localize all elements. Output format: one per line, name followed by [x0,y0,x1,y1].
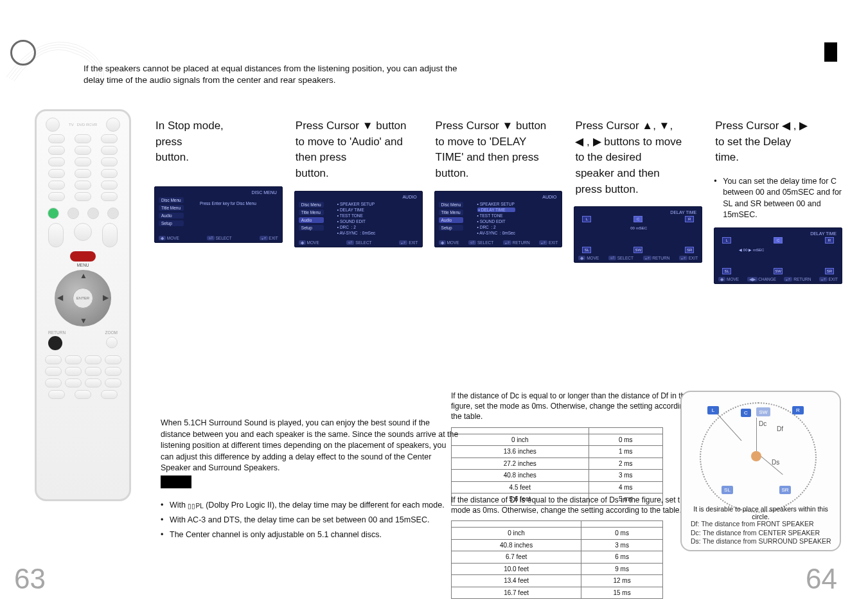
center-speaker-section: If the distance of Dc is equal to or lon… [451,391,702,506]
table-row: 4.5 feet4 ms [452,481,663,493]
diagram-speaker-sl: SL [722,486,733,494]
page-number-left: 63 [14,563,46,595]
remote-menu-label: MENU [43,263,123,267]
step3-line2: to move to 'DELAY [436,136,527,148]
remote-menu-button [70,251,96,262]
rear-delay-table: 0 inch0 ms40.8 inches3 ms6.7 feet6 ms10.… [451,520,663,599]
step1-line3: button. [155,151,189,163]
step5-line3: time. [715,151,739,163]
step5-line1: Press Cursor ◀ , ▶ [715,120,808,132]
step-2: Press Cursor ▼ button to move to 'Audio'… [294,116,423,308]
step3-line4: button. [436,167,469,179]
diagram-legend: Df: The distance from FRONT SPEAKER Dc: … [691,520,831,546]
step2-line2: to move to 'Audio' and [296,136,403,148]
table-row: 6.7 feet6 ms [452,551,663,564]
table-row: 0 inch0 ms [452,528,663,540]
remote-open-close-button [106,118,120,132]
osd-delay-speaker-select: DELAY TIME L C R SL SW SR 00 mSEC ◆ MOVE… [574,206,702,263]
dolby-pl-symbol: ▯▯PL [188,501,203,513]
osd-delay-time-set: DELAY TIME L C R SL SW SR ◀ 00 ▶ mSEC ◆ … [714,227,842,284]
remote-enter-button: ENTER [73,288,93,308]
remote-zoom-label: ZOOM [105,330,118,335]
edge-tab-marker [824,42,837,62]
center-delay-table: 0 inch0 ms13.6 inches1 ms27.2 inches2 ms… [451,427,663,506]
step-5: Press Cursor ◀ , ▶ to set the Delay time… [714,116,842,308]
intro-text: If the speakers cannot be placed at equa… [84,63,463,86]
step4-line4: speaker and then [575,167,659,179]
arrow-up-icon: ▲ [80,271,87,280]
arrow-left-icon: ◀ [57,293,63,302]
table-row: 16.7 feet15 ms [452,587,663,599]
swirl-circle-decoration [10,40,36,66]
step3-line3: TIME' and then press [436,151,539,163]
osd-disc-menu: DISC MENU Disc Menu Title Menu Audio Set… [154,186,283,243]
step4-line3: to the desired [575,151,641,163]
osd-audio-menu: AUDIO Disc Menu Title Menu Audio Setup •… [294,191,423,247]
diagram-speaker-r: R [792,406,804,414]
remote-dpad: ENTER ▲ ▼ ◀ ▶ [55,270,111,326]
diagram-listener-icon [751,451,761,461]
diagram-speaker-c: C [741,409,751,417]
step5-line2: to set the Delay [715,136,791,148]
page-number-right: 64 [806,563,837,595]
table-row: 27.2 inches2 ms [452,458,663,470]
diagram-speaker-sr: SR [779,486,791,494]
step2-line3: then press [296,151,346,163]
diagram-label-ds: Ds [772,459,779,466]
step4-line5: press button. [575,183,638,195]
step4-line1: Press Cursor ▲, ▼, [575,120,673,132]
center-desc: If the distance of Dc is equal to or lon… [451,391,702,422]
table-row: 40.8 inches3 ms [452,470,663,482]
diagram-label-df: Df [777,425,783,432]
table-row: 13.4 feet12 ms [452,575,663,587]
diagram-speaker-sw: SW [756,407,770,416]
rear-desc: If the distance of Df is equal to the di… [451,495,702,515]
step1-line1: In Stop mode, [155,120,224,132]
remote-power-button [46,118,60,132]
step4-line2: ◀ , ▶ buttons to move [575,136,682,148]
remote-return-label: RETURN [48,330,66,335]
step2-line1: Press Cursor ▼ button [296,120,407,132]
delay-time-paragraph: When 5.1CH Surround Sound is played, you… [161,418,459,474]
note-bullets: With ▯▯PL (Dolby Pro Logic II), the dela… [161,498,482,542]
remote-return-button [48,336,62,350]
speaker-placement-diagram: L C SW R SL SR Dc Df Ds It is desirable … [680,391,841,551]
step1-line2: press [155,136,182,148]
remote-illustration: TV DVD RCVR MENU [28,109,137,508]
diagram-label-dc: Dc [759,420,766,427]
arrow-right-icon: ▶ [103,293,109,302]
osd-audio-delay-select: AUDIO Disc Menu Title Menu Audio Setup •… [434,191,563,247]
diagram-caption: It is desirable to place all speakers wi… [688,505,833,520]
table-row: 13.6 inches1 ms [452,446,663,458]
step-3: Press Cursor ▼ button to move to 'DELAY … [434,116,563,308]
rear-speaker-section: If the distance of Df is equal to the di… [451,495,702,599]
note-badge [161,475,191,488]
step3-line1: Press Cursor ▼ button [436,120,547,132]
remote-zoom-button [106,337,118,348]
note-bullet-2: With AC-3 and DTS, the delay time can be… [161,513,482,528]
arrow-down-icon: ▼ [80,316,87,325]
note-bullet-1: With ▯▯PL (Dolby Pro Logic II), the dela… [161,498,482,513]
steps-row: In Stop mode, press button. DISC MENU Di… [154,116,842,308]
table-row: 0 inch0 ms [452,434,663,446]
step2-line4: button. [296,167,329,179]
manual-spread: If the speakers cannot be placed at equa… [0,0,868,613]
table-row: 10.0 feet9 ms [452,563,663,575]
step-1: In Stop mode, press button. DISC MENU Di… [154,116,283,308]
step-4: Press Cursor ▲, ▼, ◀ , ▶ buttons to move… [574,116,702,308]
step5-note: You can set the delay time for C between… [714,176,842,221]
table-row: 40.8 inches3 ms [452,539,663,551]
note-bullet-3: The Center channel is only adjustable on… [161,528,482,542]
